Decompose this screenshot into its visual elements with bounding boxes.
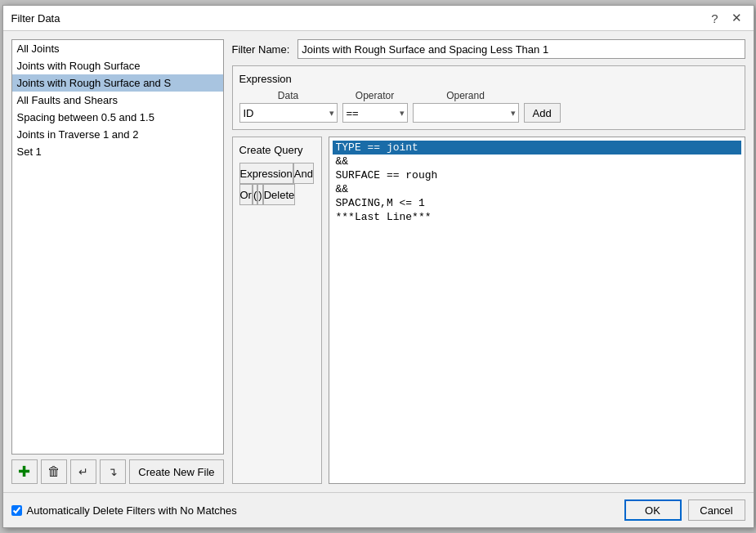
add-filter-button[interactable]: ✚ (11, 459, 38, 484)
expression-row: Data ID Operator == (239, 90, 738, 123)
auto-delete-label: Automatically Delete Filters with No Mat… (27, 504, 237, 517)
query-btn-or[interactable]: Or (239, 184, 253, 205)
trash-icon: 🗑 (47, 464, 60, 479)
query-area[interactable]: TYPE == joint&&SURFACE == rough&&SPACING… (329, 137, 745, 484)
create-query-section: Create Query ExpressionAndOr()Delete (232, 137, 322, 484)
export-icon: ↴ (108, 465, 118, 478)
filter-list-item[interactable]: All Joints (12, 40, 223, 57)
data-col-label: Data (239, 90, 338, 101)
query-line: ***Last Line*** (333, 210, 741, 224)
auto-delete-row: Automatically Delete Filters with No Mat… (11, 504, 237, 517)
query-btn-expression[interactable]: Expression (239, 163, 293, 184)
right-panel: Filter Name: Expression Data ID (232, 39, 745, 484)
filter-name-input[interactable] (297, 39, 745, 59)
query-line: SPACING,M <= 1 (333, 196, 741, 210)
delete-filter-button[interactable]: 🗑 (41, 459, 67, 484)
filter-name-label: Filter Name: (232, 43, 290, 56)
import-button[interactable]: ↵ (70, 459, 96, 484)
operand-select[interactable] (413, 103, 519, 123)
create-query-label: Create Query (239, 144, 315, 156)
query-buttons-container: ExpressionAndOr()Delete (239, 163, 315, 205)
operand-select-wrapper (413, 103, 519, 123)
main-content: All JointsJoints with Rough SurfaceJoint… (3, 31, 754, 492)
query-line: SURFACE == rough (333, 168, 741, 182)
filter-list-item[interactable]: Joints with Rough Surface and S (12, 74, 223, 92)
operand-col: Operand (413, 90, 519, 123)
query-line: TYPE == joint (333, 141, 741, 155)
auto-delete-checkbox[interactable] (11, 505, 22, 516)
cancel-button[interactable]: Cancel (688, 499, 745, 521)
ok-cancel-row: OK Cancel (624, 499, 745, 521)
query-btn-delete[interactable]: Delete (263, 184, 296, 205)
operator-select[interactable]: == (342, 103, 408, 123)
left-toolbar: ✚ 🗑 ↵ ↴ Create New File (11, 459, 224, 484)
filter-list[interactable]: All JointsJoints with Rough SurfaceJoint… (11, 39, 224, 455)
expression-label: Expression (239, 73, 738, 85)
help-button[interactable]: ? (708, 11, 721, 25)
add-button[interactable]: Add (524, 103, 561, 123)
import-icon: ↵ (78, 465, 88, 478)
operand-col-label: Operand (413, 90, 519, 101)
title-bar-controls: ? ✕ (708, 11, 745, 25)
filter-list-item[interactable]: All Faults and Shears (12, 92, 223, 109)
filter-list-item[interactable]: Joints with Rough Surface (12, 57, 223, 74)
expression-section: Expression Data ID Operator (232, 65, 745, 130)
data-select-wrapper: ID (239, 103, 338, 123)
left-panel: All JointsJoints with Rough SurfaceJoint… (11, 39, 224, 484)
query-line: && (333, 155, 741, 168)
filter-data-dialog: Filter Data ? ✕ All JointsJoints with Ro… (2, 5, 754, 528)
export-button[interactable]: ↴ (100, 459, 126, 484)
filter-list-item[interactable]: Spacing between 0.5 and 1.5 (12, 109, 223, 126)
filter-name-row: Filter Name: (232, 39, 745, 59)
query-line: && (333, 182, 741, 196)
add-icon: ✚ (18, 463, 30, 481)
filter-list-item[interactable]: Set 1 (12, 143, 223, 160)
operator-select-wrapper: == (342, 103, 408, 123)
operator-col: Operator == (342, 90, 408, 123)
ok-button[interactable]: OK (624, 499, 682, 521)
data-select[interactable]: ID (239, 103, 338, 123)
bottom-bar: Automatically Delete Filters with No Mat… (3, 492, 754, 527)
create-new-file-button[interactable]: Create New File (129, 459, 223, 484)
operator-col-label: Operator (342, 90, 408, 101)
query-btn-and[interactable]: And (293, 163, 314, 184)
close-button[interactable]: ✕ (728, 11, 745, 25)
dialog-title: Filter Data (11, 12, 60, 25)
data-col: Data ID (239, 90, 338, 123)
filter-list-item[interactable]: Joints in Traverse 1 and 2 (12, 126, 223, 143)
title-bar: Filter Data ? ✕ (3, 6, 754, 31)
middle-section: Create Query ExpressionAndOr()Delete TYP… (232, 137, 745, 484)
